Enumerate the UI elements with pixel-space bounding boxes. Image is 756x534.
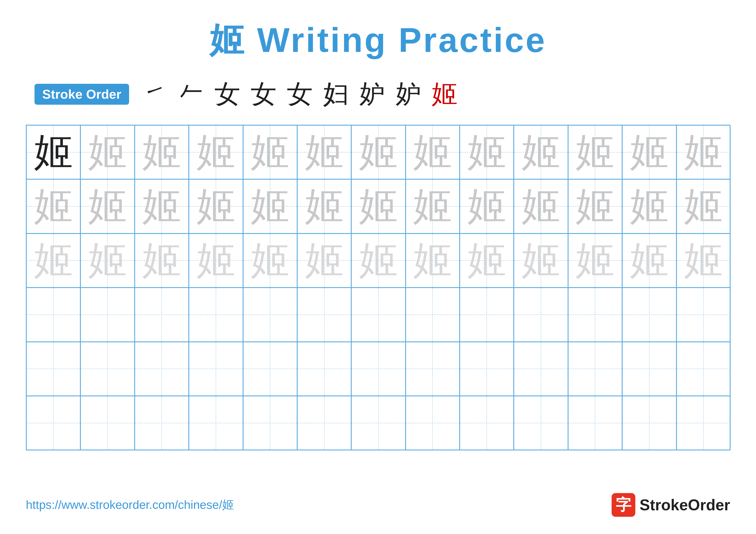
grid-cell[interactable] [622, 396, 676, 450]
stroke-9: 姬 [432, 77, 458, 112]
grid-cell[interactable]: 姬 [460, 125, 514, 179]
character-display: 姬 [576, 133, 614, 172]
grid-cell[interactable]: 姬 [676, 125, 731, 179]
grid-cell[interactable] [297, 396, 351, 450]
grid-cell[interactable]: 姬 [189, 234, 243, 288]
character-display: 姬 [630, 241, 669, 280]
grid-row-1: 姬 姬 姬 姬 姬 姬 姬 姬 姬 [26, 125, 730, 179]
grid-cell[interactable] [676, 288, 731, 342]
grid-row-5 [26, 342, 730, 396]
grid-cell[interactable]: 姬 [135, 234, 189, 288]
stroke-4: 女 [251, 77, 277, 112]
grid-cell[interactable] [351, 288, 405, 342]
character-display: 姬 [88, 133, 127, 172]
grid-cell[interactable]: 姬 [80, 125, 134, 179]
character-display: 姬 [305, 187, 344, 226]
grid-cell[interactable] [514, 396, 568, 450]
grid-cell[interactable] [26, 288, 80, 342]
character-display: 姬 [197, 133, 235, 172]
grid-cell[interactable]: 姬 [568, 234, 622, 288]
grid-cell[interactable]: 姬 [135, 179, 189, 233]
grid-cell[interactable] [80, 396, 134, 450]
grid-cell[interactable]: 姬 [351, 179, 405, 233]
grid-cell[interactable]: 姬 [26, 234, 80, 288]
grid-cell[interactable] [243, 396, 297, 450]
grid-cell[interactable] [460, 396, 514, 450]
grid-cell[interactable]: 姬 [460, 179, 514, 233]
grid-cell[interactable] [135, 342, 189, 396]
footer-brand: 字 StrokeOrder [611, 493, 730, 517]
grid-cell[interactable] [297, 288, 351, 342]
grid-cell[interactable] [460, 288, 514, 342]
grid-cell[interactable] [568, 288, 622, 342]
grid-cell[interactable]: 姬 [622, 234, 676, 288]
character-display: 姬 [630, 187, 669, 226]
grid-cell[interactable]: 姬 [189, 179, 243, 233]
grid-cell[interactable] [135, 396, 189, 450]
grid-cell[interactable]: 姬 [297, 179, 351, 233]
grid-cell[interactable]: 姬 [514, 179, 568, 233]
grid-cell[interactable] [622, 288, 676, 342]
stroke-1: ㇀ [142, 77, 168, 112]
grid-cell[interactable]: 姬 [297, 234, 351, 288]
grid-cell[interactable] [676, 396, 731, 450]
grid-cell[interactable]: 姬 [676, 179, 731, 233]
grid-cell[interactable]: 姬 [243, 234, 297, 288]
grid-cell[interactable] [676, 342, 731, 396]
grid-cell[interactable]: 姬 [460, 234, 514, 288]
grid-cell[interactable] [460, 342, 514, 396]
grid-cell[interactable]: 姬 [568, 125, 622, 179]
grid-cell[interactable]: 姬 [622, 125, 676, 179]
grid-row-4 [26, 288, 730, 342]
grid-cell[interactable] [406, 396, 460, 450]
grid-cell[interactable] [26, 396, 80, 450]
grid-cell[interactable] [406, 342, 460, 396]
footer-url[interactable]: https://www.strokeorder.com/chinese/姬 [26, 497, 234, 513]
grid-cell[interactable]: 姬 [622, 179, 676, 233]
grid-cell[interactable] [243, 288, 297, 342]
character-display: 姬 [684, 241, 723, 280]
grid-cell[interactable] [406, 288, 460, 342]
grid-cell[interactable] [189, 396, 243, 450]
grid-cell[interactable] [568, 396, 622, 450]
grid-cell[interactable] [243, 342, 297, 396]
grid-cell[interactable] [514, 342, 568, 396]
character-display: 姬 [142, 133, 181, 172]
grid-cell[interactable] [189, 288, 243, 342]
grid-row-2: 姬 姬 姬 姬 姬 姬 姬 姬 姬 [26, 179, 730, 233]
grid-cell[interactable]: 姬 [135, 125, 189, 179]
grid-row-3: 姬 姬 姬 姬 姬 姬 姬 姬 姬 [26, 234, 730, 288]
grid-cell[interactable] [622, 342, 676, 396]
grid-cell[interactable]: 姬 [80, 234, 134, 288]
grid-cell[interactable]: 姬 [351, 234, 405, 288]
grid-cell[interactable] [514, 288, 568, 342]
grid-cell[interactable]: 姬 [26, 179, 80, 233]
brand-icon: 字 [611, 493, 635, 517]
stroke-8: 妒 [395, 77, 421, 112]
grid-cell[interactable] [568, 342, 622, 396]
grid-cell[interactable]: 姬 [676, 234, 731, 288]
grid-cell[interactable] [80, 288, 134, 342]
grid-cell[interactable]: 姬 [406, 125, 460, 179]
grid-cell[interactable] [135, 288, 189, 342]
grid-cell[interactable]: 姬 [514, 234, 568, 288]
grid-cell[interactable]: 姬 [26, 125, 80, 179]
grid-cell[interactable] [351, 396, 405, 450]
grid-cell[interactable]: 姬 [297, 125, 351, 179]
grid-cell[interactable]: 姬 [189, 125, 243, 179]
character-display: 姬 [197, 187, 235, 226]
grid-cell[interactable]: 姬 [351, 125, 405, 179]
character-display: 姬 [197, 241, 235, 280]
grid-cell[interactable] [351, 342, 405, 396]
grid-cell[interactable]: 姬 [568, 179, 622, 233]
grid-cell[interactable]: 姬 [406, 234, 460, 288]
grid-cell[interactable] [80, 342, 134, 396]
grid-cell[interactable]: 姬 [406, 179, 460, 233]
grid-cell[interactable]: 姬 [514, 125, 568, 179]
grid-cell[interactable] [26, 342, 80, 396]
grid-cell[interactable] [297, 342, 351, 396]
grid-cell[interactable]: 姬 [80, 179, 134, 233]
grid-cell[interactable]: 姬 [243, 125, 297, 179]
grid-cell[interactable]: 姬 [243, 179, 297, 233]
grid-cell[interactable] [189, 342, 243, 396]
